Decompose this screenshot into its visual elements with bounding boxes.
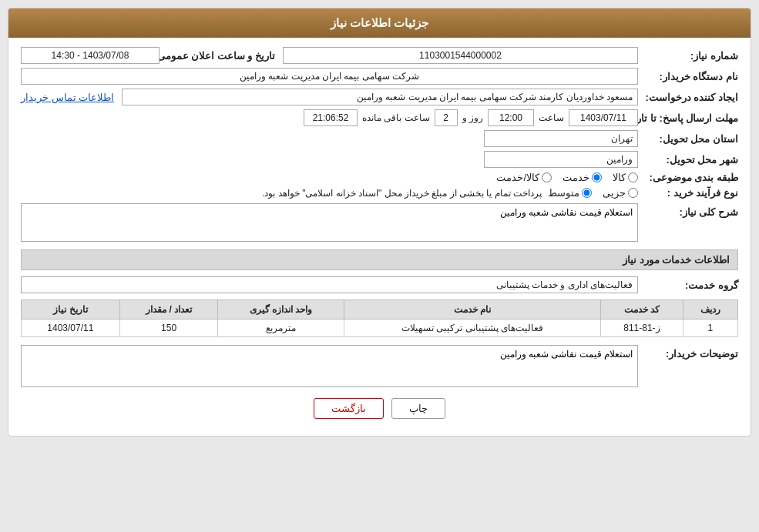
request-number-label: شماره نیاز: <box>646 50 738 62</box>
page-wrapper: جزئیات اطلاعات نیاز شماره نیاز: 11030015… <box>0 0 759 444</box>
category-kala-khedmat-radio[interactable] <box>542 172 552 182</box>
col-code: کد خدمت <box>601 300 683 320</box>
service-group-label: گروه خدمت: <box>646 279 738 291</box>
col-date: تاریخ نیاز <box>22 300 120 320</box>
creator-contact-link[interactable]: اطلاعات تماس خریدار <box>21 92 114 103</box>
process-motavaset-label: متوسط <box>548 187 579 199</box>
category-kala-khedmat-label: کالا/خدمت <box>496 172 539 183</box>
announce-datetime-label: تاریخ و ساعت اعلان عمومی: <box>167 50 275 62</box>
back-button[interactable]: بازگشت <box>314 398 384 419</box>
process-radio-group: جزیی متوسط <box>548 187 638 199</box>
buyer-org-label: نام دستگاه خریدار: <box>646 71 738 82</box>
category-kala-label: کالا <box>613 172 626 183</box>
process-note: پرداخت تمام یا بخشی از مبلغ خریداز محل "… <box>262 188 542 199</box>
category-label: طبقه بندی موضوعی: <box>646 172 738 183</box>
buyer-org-value: شرکت سهامی بیمه ایران مدیریت شعبه ورامین <box>21 68 638 85</box>
page-title: جزئیات اطلاعات نیاز <box>331 16 428 29</box>
category-kala-khedmat[interactable]: کالا/خدمت <box>496 172 552 183</box>
cell-unit: مترمربع <box>218 320 344 337</box>
creator-value: مسعود خداوردیان کارمند شرکت سهامی بیمه ا… <box>122 89 638 105</box>
announce-datetime-value: 1403/07/08 - 14:30 <box>21 47 160 64</box>
province-value: تهران <box>484 130 638 147</box>
button-row: چاپ بازگشت <box>21 398 738 427</box>
col-name: نام خدمت <box>344 300 600 320</box>
creator-label: ایجاد کننده درخواست: <box>646 92 738 103</box>
process-jozii-label: جزیی <box>603 187 626 199</box>
description-textarea[interactable] <box>21 203 638 242</box>
table-row: 1ز-81-811فعالیت‌های پشتیبانی ترکیبی تسهی… <box>22 320 738 337</box>
response-date: 1403/07/11 <box>569 109 638 126</box>
category-radio-group: کالا خدمت کالا/خدمت <box>21 172 638 183</box>
services-table: ردیف کد خدمت نام خدمت واحد اندازه گیری ت… <box>21 299 738 337</box>
cell-code: ز-81-811 <box>601 320 683 337</box>
category-kala[interactable]: کالا <box>613 172 638 183</box>
process-motavaset[interactable]: متوسط <box>548 187 592 199</box>
process-jozii-radio[interactable] <box>628 188 638 198</box>
category-khedmat[interactable]: خدمت <box>563 172 602 183</box>
buyer-desc-textarea[interactable] <box>21 345 638 387</box>
city-value: ورامین <box>484 151 638 168</box>
service-group-value: فعالیت‌های اداری و خدمات پشتیبانی <box>21 276 638 293</box>
process-label: نوع فرآیند خرید : <box>646 187 738 199</box>
cell-date: 1403/07/11 <box>22 320 120 337</box>
cell-row: 1 <box>683 320 737 337</box>
process-jozii[interactable]: جزیی <box>603 187 638 199</box>
cell-name: فعالیت‌های پشتیبانی ترکیبی تسهیلات <box>344 320 600 337</box>
cell-qty: 150 <box>119 320 218 337</box>
response-remaining-label: ساعت باقی مانده <box>362 112 430 123</box>
response-days-label: روز و <box>462 112 483 123</box>
buyer-desc-label: توضیحات خریدار: <box>646 345 738 360</box>
col-qty: تعداد / مقدار <box>119 300 218 320</box>
response-deadline-label: مهلت ارسال پاسخ: تا تاریخ: <box>646 112 738 124</box>
main-card: جزئیات اطلاعات نیاز شماره نیاز: 11030015… <box>8 8 751 437</box>
card-header: جزئیات اطلاعات نیاز <box>8 8 751 38</box>
response-time: 12:00 <box>488 109 534 126</box>
services-section-title: اطلاعات خدمات مورد نیاز <box>21 249 738 270</box>
request-number-value: 1103001544000002 <box>283 47 638 64</box>
col-unit: واحد اندازه گیری <box>218 300 344 320</box>
province-label: استان محل تحویل: <box>646 133 738 145</box>
print-button[interactable]: چاپ <box>391 398 445 419</box>
category-khedmat-radio[interactable] <box>592 172 602 182</box>
process-motavaset-radio[interactable] <box>582 188 592 198</box>
category-kala-radio[interactable] <box>628 172 638 182</box>
response-days: 2 <box>435 109 458 126</box>
col-row: ردیف <box>683 300 737 320</box>
description-label: شرح کلی نیاز: <box>646 203 738 218</box>
category-khedmat-label: خدمت <box>563 172 589 183</box>
response-remaining: 21:06:52 <box>304 109 358 126</box>
response-time-label: ساعت <box>539 112 564 123</box>
card-body: شماره نیاز: 1103001544000002 تاریخ و ساع… <box>8 38 751 436</box>
city-label: شهر محل تحویل: <box>646 154 738 166</box>
